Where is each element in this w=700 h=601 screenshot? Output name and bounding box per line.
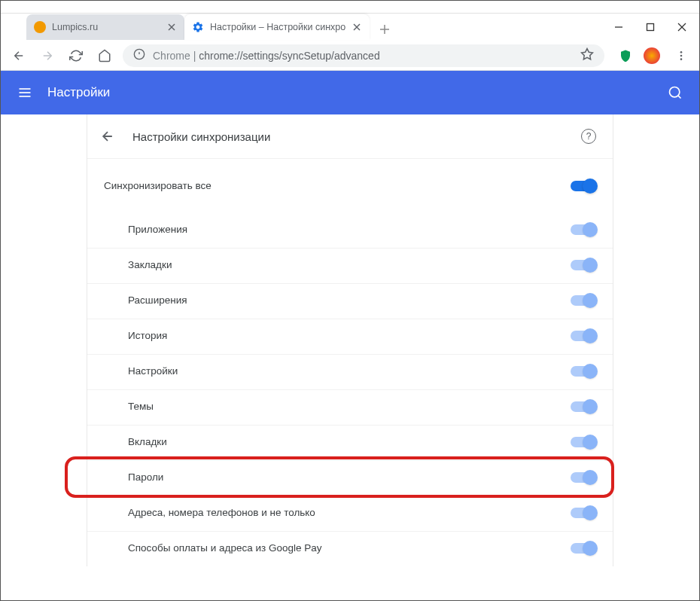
sync-item-addresses: Адреса, номера телефонов и не только xyxy=(87,496,613,531)
tab-lumpics[interactable]: Lumpics.ru xyxy=(26,14,184,40)
svg-point-20 xyxy=(670,87,680,97)
sync-item-toggle[interactable] xyxy=(571,260,596,270)
sync-item-toggle[interactable] xyxy=(571,543,596,554)
extension-icon[interactable] xyxy=(644,47,660,64)
sync-all-toggle[interactable] xyxy=(571,181,596,191)
tab-settings[interactable]: Настройки – Настройки синхро xyxy=(184,14,370,40)
tab-strip: Lumpics.ru Настройки – Настройки синхро xyxy=(26,13,395,40)
sync-item-label: Темы xyxy=(128,401,571,412)
adguard-extension-icon[interactable] xyxy=(618,48,633,63)
toolbar-actions xyxy=(612,45,692,66)
sync-item-apps: Приложения xyxy=(87,204,613,248)
svg-line-21 xyxy=(678,96,681,99)
back-arrow-icon[interactable] xyxy=(99,128,116,145)
reload-button[interactable] xyxy=(65,45,87,66)
sync-item-toggle[interactable] xyxy=(571,401,596,412)
new-tab-button[interactable] xyxy=(374,19,395,40)
sync-item-themes: Темы xyxy=(87,389,613,425)
settings-page: Настройки Настройки синхронизации ? Синх… xyxy=(1,71,699,601)
browser-menu-button[interactable] xyxy=(671,45,692,66)
close-window-button[interactable] xyxy=(677,22,687,32)
close-tab-icon[interactable] xyxy=(166,22,177,32)
sync-item-bookmarks: Закладки xyxy=(87,248,613,283)
sync-item-label: Способы оплаты и адреса из Google Pay xyxy=(128,542,571,554)
sync-item-extensions: Расширения xyxy=(87,283,613,319)
maximize-button[interactable] xyxy=(645,22,656,32)
tab-favicon-lumpics xyxy=(34,21,46,33)
svg-marker-13 xyxy=(582,49,593,59)
sync-item-label: Закладки xyxy=(128,259,571,270)
svg-point-15 xyxy=(680,54,683,56)
sync-item-toggle[interactable] xyxy=(571,366,596,377)
sync-item-toggle[interactable] xyxy=(571,508,596,518)
sync-card-header: Настройки синхронизации ? xyxy=(87,114,613,159)
sync-item-label: Настройки xyxy=(128,365,571,377)
svg-point-16 xyxy=(680,58,683,60)
sync-item-toggle[interactable] xyxy=(571,295,596,306)
url-text: Chrome | chrome://settings/syncSetup/adv… xyxy=(153,50,380,62)
settings-scroll-area[interactable]: Настройки синхронизации ? Синхронизирова… xyxy=(1,114,699,601)
address-bar[interactable]: Chrome | chrome://settings/syncSetup/adv… xyxy=(123,44,604,67)
site-info-icon[interactable] xyxy=(133,48,145,63)
window-titlebar xyxy=(1,1,699,14)
bookmark-star-icon[interactable] xyxy=(580,47,594,63)
settings-header-bar: Настройки xyxy=(1,71,699,114)
forward-button[interactable] xyxy=(37,45,58,66)
sync-item-passwords: Пароли xyxy=(87,460,613,496)
sync-all-row: Синхронизировать все xyxy=(87,169,613,204)
home-button[interactable] xyxy=(94,45,115,66)
sync-item-toggle[interactable] xyxy=(571,437,596,447)
sync-card-title: Настройки синхронизации xyxy=(132,130,270,143)
search-icon[interactable] xyxy=(666,84,684,102)
sync-item-label: Расширения xyxy=(128,294,571,306)
sync-all-label: Синхронизировать все xyxy=(104,180,571,191)
sync-item-label: Вкладки xyxy=(128,436,571,447)
browser-toolbar: Chrome | chrome://settings/syncSetup/adv… xyxy=(1,41,699,71)
sync-item-toggle[interactable] xyxy=(571,224,596,235)
sync-item-toggle[interactable] xyxy=(571,331,596,341)
close-tab-icon[interactable] xyxy=(352,22,362,32)
sync-options-list: Синхронизировать все Приложения Закладки… xyxy=(87,159,613,566)
sync-item-toggle[interactable] xyxy=(571,472,596,483)
tab-favicon-settings xyxy=(192,21,204,33)
tab-title: Настройки – Настройки синхро xyxy=(210,22,345,32)
tab-title: Lumpics.ru xyxy=(52,22,160,32)
sync-item-label: История xyxy=(128,330,571,341)
help-icon[interactable]: ? xyxy=(581,129,596,144)
sync-item-label: Приложения xyxy=(128,224,571,235)
svg-rect-1 xyxy=(647,24,654,31)
hamburger-menu-icon[interactable] xyxy=(16,84,34,102)
minimize-button[interactable] xyxy=(613,22,624,32)
sync-item-payments: Способы оплаты и адреса из Google Pay xyxy=(87,531,613,566)
sync-item-settings: Настройки xyxy=(87,354,613,389)
sync-item-tabs: Вкладки xyxy=(87,425,613,460)
settings-title: Настройки xyxy=(47,85,110,100)
sync-item-history: История xyxy=(87,319,613,354)
content-area: Настройки Настройки синхронизации ? Синх… xyxy=(1,71,699,601)
sync-item-label: Адреса, номера телефонов и не только xyxy=(128,507,571,518)
back-button[interactable] xyxy=(8,45,29,66)
sync-item-label: Пароли xyxy=(128,471,571,483)
sync-settings-card: Настройки синхронизации ? Синхронизирова… xyxy=(87,114,613,566)
svg-point-14 xyxy=(680,51,683,53)
